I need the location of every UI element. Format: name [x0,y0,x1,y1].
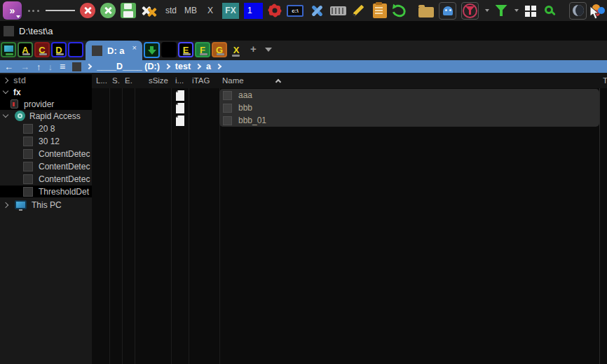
drive-blank-button[interactable] [68,42,83,57]
folder-button[interactable] [418,7,434,18]
column-header-i[interactable]: i... [175,73,184,88]
tools-button[interactable] [308,2,325,19]
refresh-button[interactable] [390,2,407,19]
drive-c-button[interactable]: C [34,42,50,57]
tab-d-a-active[interactable]: D: a × [86,41,142,60]
address-path[interactable]: D:\test\a [19,26,53,36]
sidebar-item-thresholddet[interactable]: ThresholdDet [0,186,92,197]
green-funnel-filter-button[interactable] [494,1,508,20]
column-header-row: L... S. E. sSize i... iTAG Name T [92,73,607,88]
nav-back-button[interactable]: ← [4,62,13,71]
menu-icon[interactable] [46,1,75,20]
file-thumb-placeholder-icon [223,91,232,100]
column-header-t[interactable]: T [603,73,607,88]
file-row-aaa[interactable]: aaa [219,89,599,102]
drive-x-button[interactable]: X [229,42,244,57]
command-prompt-button[interactable]: c:\ [287,5,304,17]
ghost-filter-button[interactable] [439,2,456,20]
dropdown-arrow-icon[interactable] [485,9,489,12]
download-arrow-button[interactable] [144,42,160,58]
breadcrumb-segment-test[interactable]: test [175,62,191,71]
file-row-bbb[interactable]: bbb [219,102,599,114]
main-area: std fx provider Rapid Access 20 8 30 [0,73,607,364]
file-icon [176,103,184,113]
sidebar-item-rapid-access[interactable]: Rapid Access [0,110,92,122]
moon-icon [573,5,584,16]
close-icon [83,6,92,15]
chevron-down-icon [3,112,8,118]
quick-launch-button[interactable]: » [3,1,22,20]
dropdown-arrow-icon[interactable] [514,9,519,12]
sidebar-item-label: ContentDetec [39,174,90,184]
mb-mode-button[interactable]: MB [183,1,198,20]
drive-e-button[interactable]: E [178,42,193,57]
sidebar-item-label: std [13,76,26,85]
red-funnel-icon [463,4,477,18]
nav-down-button[interactable]: ↓ [48,62,53,71]
rapid-access-icon [15,111,25,121]
column-header-s[interactable]: S. [112,73,120,88]
chevron-right-icon [3,202,8,207]
sidebar-item-std[interactable]: std [0,74,92,86]
dark-mode-button[interactable] [569,2,587,20]
close-red-button[interactable] [80,3,95,18]
sidebar-item-30-12[interactable]: 30 12 [0,135,92,147]
sidebar-item-this-pc[interactable]: This PC [0,199,92,211]
sidebar-item-label: 20 8 [39,124,55,134]
drive-a-button[interactable]: A [18,42,33,57]
nav-up-button[interactable]: ↑ [36,62,41,71]
fx-toggle-button[interactable]: FX [222,3,239,19]
column-header-ssize[interactable]: sSize [137,73,168,88]
sidebar-item-fx[interactable]: fx [0,86,92,98]
nav-forward-button[interactable]: → [20,62,29,71]
breadcrumb-segment-a[interactable]: a [206,62,211,71]
computer-monitor-icon [15,200,27,209]
column-header-name[interactable]: Name [222,73,280,88]
sidebar-tree: std fx provider Rapid Access 20 8 30 [0,73,92,364]
column-header-e[interactable]: E. [125,73,132,88]
sidebar-item-label: ContentDetec [39,162,90,172]
std-mode-button[interactable]: std [164,1,178,20]
tab-blank-slot[interactable] [161,42,177,57]
breadcrumb-segment-drive[interactable]: ____D____ (D:) [97,62,160,71]
save-button[interactable] [121,3,136,18]
sidebar-item-provider[interactable]: provider [0,98,92,110]
file-row-bbb-01[interactable]: bbb_01 [219,114,599,127]
search-icon [545,6,553,14]
chevron-right-icon [86,64,92,69]
sidebar-item-contentdetec-2[interactable]: ContentDetec [0,160,92,172]
tab-overflow-button[interactable] [265,48,272,52]
x-mode-button[interactable]: X [203,1,217,20]
tab-label: D: a [107,46,125,56]
drive-g-button[interactable]: G [212,42,227,57]
drive-f-button[interactable]: F [195,42,210,57]
sidebar-item-20-8[interactable]: 20 8 [0,122,92,134]
toolbar-grip-handle[interactable] [27,1,41,20]
item-placeholder-icon [23,187,33,197]
chevron-right-icon [3,77,8,83]
close-green-button[interactable] [100,3,116,18]
settings-gear-button[interactable] [268,4,282,17]
layout-one-button[interactable]: 1 [244,3,263,19]
drive-d-button[interactable]: D [51,42,67,57]
x-orange-icon [146,7,156,17]
address-bar[interactable]: D:\test\a [0,21,607,41]
new-tab-button[interactable]: + [250,43,257,55]
sidebar-item-contentdetec-1[interactable]: ContentDetec [0,148,92,160]
file-thumb-placeholder-icon [223,116,232,125]
clipboard-button[interactable] [373,4,387,18]
search-button[interactable] [543,1,557,20]
double-x-button[interactable] [141,3,159,18]
column-header-l[interactable]: L... [96,73,107,88]
edit-pencil-button[interactable] [351,2,368,19]
tab-close-button[interactable]: × [132,43,137,52]
column-header-itag[interactable]: iTAG [192,73,210,88]
red-funnel-filter-button[interactable] [461,2,479,20]
close-icon [104,6,112,15]
drive-monitor-button[interactable] [1,42,16,57]
column-gridline [171,73,172,364]
sidebar-item-contentdetec-3[interactable]: ContentDetec [0,173,92,185]
grid-view-button[interactable] [524,1,538,20]
keyboard-button[interactable] [330,6,346,15]
breadcrumb-menu-icon[interactable]: ≡ [60,61,65,72]
